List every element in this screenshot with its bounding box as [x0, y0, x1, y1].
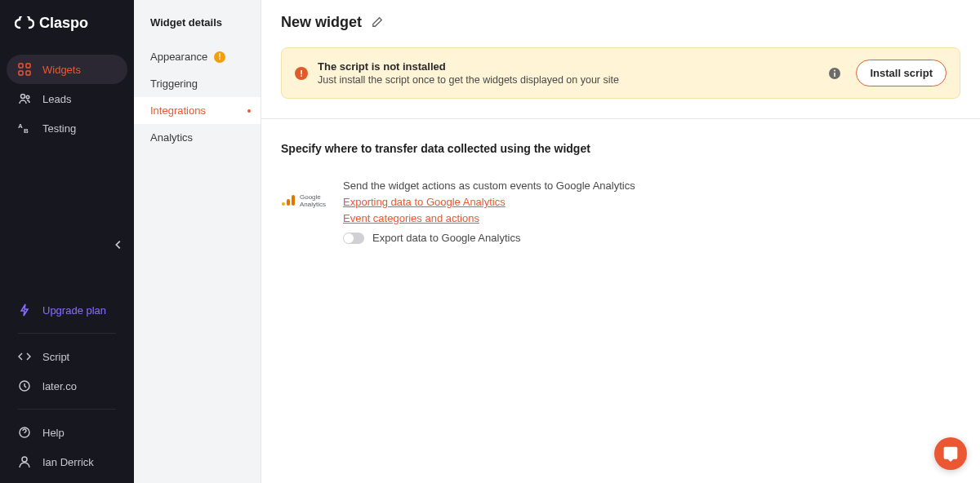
nav-top-group: Widgets Leads AB Testing	[0, 55, 134, 143]
svg-rect-2	[19, 71, 23, 75]
subnav-appearance[interactable]: Appearance !	[134, 43, 261, 70]
grid-icon	[18, 63, 31, 76]
lightning-icon	[18, 304, 31, 317]
alert-icon: !	[295, 67, 308, 80]
main-content: New widget ! The script is not installed…	[261, 0, 980, 483]
info-icon-button[interactable]	[828, 67, 841, 80]
svg-point-5	[26, 95, 29, 99]
dot-indicator-icon	[247, 109, 251, 113]
secondary-sidebar: Widget details Appearance ! Triggering I…	[134, 0, 261, 483]
subnav-analytics[interactable]: Analytics	[134, 124, 261, 151]
install-script-button[interactable]: Install script	[856, 60, 947, 86]
brand-name: Claspo	[39, 15, 88, 32]
nav-site[interactable]: later.co	[7, 371, 127, 401]
toggle-knob	[344, 233, 354, 243]
nav-testing-label: Testing	[42, 122, 76, 135]
nav-widgets[interactable]: Widgets	[7, 55, 127, 84]
section-title: Specify where to transfer data collected…	[281, 142, 960, 155]
chat-support-button[interactable]	[934, 437, 967, 470]
nav-script[interactable]: Script	[7, 342, 127, 371]
svg-rect-1	[26, 64, 30, 68]
export-toggle-label: Export data to Google Analytics	[372, 232, 520, 244]
integration-desc: Send the widget actions as custom events…	[343, 179, 960, 192]
alert-text: The script is not installed Just install…	[318, 60, 818, 86]
nav-widgets-label: Widgets	[42, 64, 81, 76]
nav-leads[interactable]: Leads	[7, 84, 127, 113]
subnav-integrations-label: Integrations	[150, 104, 206, 117]
divider	[18, 333, 116, 334]
nav-site-label: later.co	[42, 380, 77, 392]
svg-point-10	[22, 457, 27, 462]
nav-user[interactable]: Ian Derrick	[7, 447, 127, 476]
ga-logo-line2: Analytics	[300, 202, 326, 209]
install-script-alert: ! The script is not installed Just insta…	[281, 47, 960, 99]
google-analytics-logo: Google Analytics	[281, 194, 327, 209]
svg-point-13	[834, 69, 835, 71]
user-icon	[18, 455, 31, 468]
integration-content: Send the widget actions as custom events…	[343, 179, 960, 244]
warning-badge-icon: !	[214, 51, 225, 63]
subnav-analytics-label: Analytics	[150, 131, 193, 144]
svg-rect-12	[835, 73, 836, 77]
nav-script-label: Script	[42, 351, 69, 363]
subnav-appearance-label: Appearance	[150, 51, 207, 63]
code-icon	[18, 350, 31, 363]
toggle-row: Export data to Google Analytics	[343, 232, 960, 244]
link-exporting-data[interactable]: Exporting data to Google Analytics	[343, 196, 506, 208]
users-icon	[18, 92, 31, 105]
subnav-integrations[interactable]: Integrations	[134, 97, 261, 124]
divider	[18, 409, 116, 410]
link-event-categories[interactable]: Event categories and actions	[343, 212, 479, 224]
subnav-triggering[interactable]: Triggering	[134, 70, 261, 97]
alert-desc: Just install the script once to get the …	[318, 74, 818, 86]
nav-upgrade[interactable]: Upgrade plan	[7, 295, 127, 325]
subnav-triggering-label: Triggering	[150, 78, 198, 90]
sub-sidebar-title: Widget details	[134, 0, 261, 43]
integration-google-analytics: Google Analytics Send the widget actions…	[281, 179, 960, 244]
alert-title: The script is not installed	[318, 60, 818, 73]
nav-help-label: Help	[42, 427, 65, 439]
svg-point-4	[21, 95, 25, 99]
clock-icon	[18, 379, 31, 392]
help-icon	[18, 426, 31, 439]
page-header: New widget	[261, 0, 980, 39]
nav-help[interactable]: Help	[7, 418, 127, 447]
nav-upgrade-label: Upgrade plan	[42, 304, 106, 317]
svg-text:B: B	[24, 127, 29, 135]
integrations-section: Specify where to transfer data collected…	[261, 119, 980, 267]
ga-bars-icon	[282, 195, 295, 206]
cloud-icon	[15, 16, 34, 31]
ab-icon: AB	[18, 122, 31, 135]
page-title: New widget	[281, 14, 362, 31]
nav-leads-label: Leads	[42, 93, 71, 105]
svg-rect-3	[26, 71, 30, 75]
edit-title-button[interactable]	[372, 16, 385, 29]
export-toggle[interactable]	[343, 233, 364, 244]
primary-sidebar: Claspo Widgets Leads AB Testing	[0, 0, 134, 483]
svg-rect-0	[19, 64, 23, 68]
nav-bottom-group: Upgrade plan Script later.co Help	[0, 295, 134, 483]
nav-user-label: Ian Derrick	[42, 456, 94, 468]
nav-testing[interactable]: AB Testing	[7, 113, 127, 143]
brand-logo[interactable]: Claspo	[0, 0, 134, 40]
svg-text:A: A	[18, 122, 23, 130]
collapse-sidebar-button[interactable]	[113, 239, 124, 250]
